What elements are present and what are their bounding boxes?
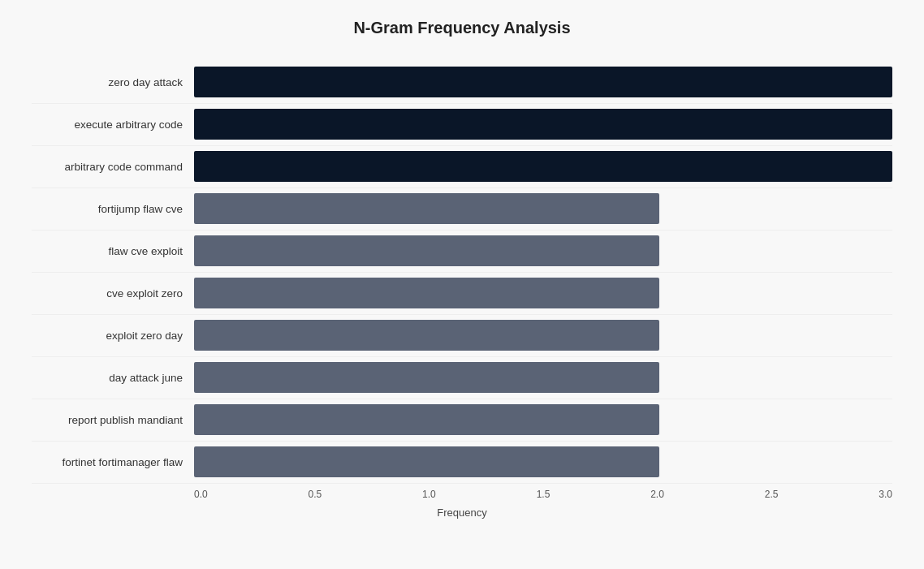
x-tick-label: 0.0 (194, 489, 208, 500)
bar-row: flaw cve exploit (32, 231, 892, 273)
bar-track (194, 235, 892, 266)
bar-track (194, 446, 892, 477)
bar-fill (194, 278, 659, 308)
bar-track (194, 320, 892, 351)
bar-row: cve exploit zero (32, 273, 892, 315)
bar-label: fortijump flaw cve (32, 203, 194, 215)
bar-label: execute arbitrary code (32, 119, 194, 131)
x-axis-labels: 0.00.51.01.52.02.53.0 (194, 489, 892, 500)
bar-label: flaw cve exploit (32, 245, 194, 257)
bar-label: zero day attack (32, 76, 194, 88)
bar-label: report publish mandiant (32, 414, 194, 426)
bar-track (194, 109, 892, 140)
bar-row: zero day attack (32, 62, 892, 104)
x-tick-label: 3.0 (879, 489, 892, 500)
bar-fill (194, 404, 659, 435)
bar-row: day attack june (32, 357, 892, 399)
bar-fill (194, 235, 659, 266)
x-tick-label: 1.0 (422, 489, 436, 500)
x-tick-label: 1.5 (537, 489, 551, 500)
bar-label: fortinet fortimanager flaw (32, 456, 194, 468)
bar-label: arbitrary code command (32, 161, 194, 173)
bar-track (194, 362, 892, 393)
bar-fill (194, 193, 659, 224)
bar-row: report publish mandiant (32, 399, 892, 442)
chart-container: N-Gram Frequency Analysis zero day attac… (15, 2, 909, 567)
bar-label: exploit zero day (32, 330, 194, 342)
bar-row: fortinet fortimanager flaw (32, 442, 892, 484)
bar-track (194, 404, 892, 435)
bar-row: arbitrary code command (32, 146, 892, 188)
bar-track (194, 151, 892, 182)
bar-label: cve exploit zero (32, 287, 194, 300)
bar-row: fortijump flaw cve (32, 188, 892, 231)
bar-fill (194, 67, 892, 97)
x-axis-area: 0.00.51.01.52.02.53.0 (32, 489, 892, 500)
bar-row: exploit zero day (32, 315, 892, 357)
x-tick-label: 0.5 (309, 489, 322, 500)
x-axis-title: Frequency (32, 506, 892, 519)
bar-fill (194, 320, 659, 351)
bar-row: execute arbitrary code (32, 104, 892, 146)
chart-title: N-Gram Frequency Analysis (32, 19, 892, 37)
bar-fill (194, 362, 659, 393)
bar-fill (194, 109, 892, 140)
bar-track (194, 193, 892, 224)
x-tick-label: 2.5 (765, 489, 779, 500)
bar-track (194, 67, 892, 97)
bar-fill (194, 446, 659, 477)
bar-track (194, 278, 892, 308)
bar-fill (194, 151, 892, 182)
chart-area: zero day attackexecute arbitrary codearb… (32, 62, 892, 484)
bar-label: day attack june (32, 372, 194, 384)
x-tick-label: 2.0 (650, 489, 664, 500)
